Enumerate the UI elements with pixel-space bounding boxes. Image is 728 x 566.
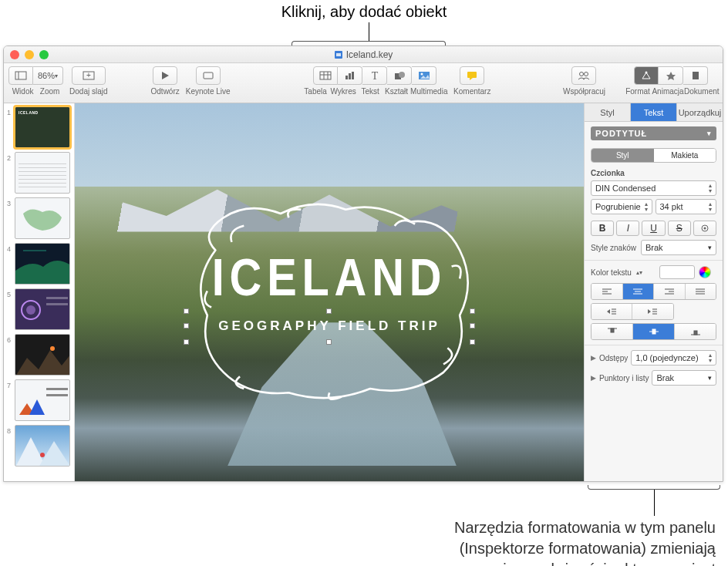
svg-text:+: +: [86, 71, 91, 79]
svg-point-30: [26, 305, 35, 315]
align-left-button[interactable]: [592, 284, 623, 299]
disclosure-triangle-icon[interactable]: ▶: [591, 374, 596, 382]
collaborate-button[interactable]: [571, 66, 596, 85]
zoom-select[interactable]: 86% ▾: [33, 66, 63, 85]
play-button[interactable]: [153, 66, 177, 85]
svg-point-34: [50, 346, 55, 351]
spacing-select[interactable]: 1,0 (pojedyncze)▴▾: [631, 350, 716, 366]
svg-rect-65: [611, 328, 614, 332]
svg-rect-27: [693, 72, 699, 79]
bullets-select[interactable]: Brak▾: [652, 370, 716, 386]
format-button[interactable]: [634, 66, 659, 85]
slide-title[interactable]: ICELAND: [113, 247, 546, 307]
main-area: 1 ICELAND 2 3 4 5 6: [4, 103, 723, 481]
svg-rect-36: [46, 394, 68, 396]
spacing-label: Odstępy: [599, 354, 628, 362]
callout-line-top: [369, 22, 369, 41]
document-button[interactable]: [683, 66, 708, 85]
tab-style[interactable]: Styl: [585, 103, 631, 121]
strikethrough-button[interactable]: S: [668, 221, 691, 236]
align-justify-button[interactable]: [686, 284, 716, 299]
animate-button[interactable]: [659, 66, 683, 85]
slide-thumb-1[interactable]: 1 ICELAND: [7, 106, 71, 148]
comment-label: Komentarz: [453, 87, 490, 96]
chart-label: Wykres: [329, 87, 358, 96]
bullets-label: Punktory i listy: [599, 374, 649, 382]
chevron-icon: ▴▾: [636, 270, 642, 275]
outdent-button[interactable]: [592, 304, 632, 319]
slide-thumb-3[interactable]: 3: [7, 197, 71, 239]
align-right-button[interactable]: [654, 284, 686, 299]
svg-marker-22: [470, 78, 473, 80]
slide-thumb-4[interactable]: 4: [7, 243, 71, 285]
gear-icon: [700, 224, 709, 233]
disclosure-triangle-icon[interactable]: ▶: [591, 354, 596, 362]
svg-point-25: [645, 72, 648, 74]
zoom-label: Zoom: [40, 87, 60, 96]
table-button[interactable]: [313, 66, 338, 85]
color-wheel-icon[interactable]: [699, 266, 711, 278]
subtab-style[interactable]: Styl: [592, 149, 654, 162]
font-section-label: Czcionka: [591, 169, 716, 177]
svg-rect-13: [349, 73, 351, 79]
keynote-live-button[interactable]: [196, 66, 221, 85]
svg-point-43: [703, 227, 706, 230]
annotation-top: Kliknij, aby dodać obiekt: [0, 0, 728, 22]
svg-marker-33: [15, 350, 70, 376]
slide-canvas[interactable]: ICELAND GEOGRAPHY FIELD TRIP: [75, 103, 584, 481]
media-button[interactable]: [412, 66, 436, 85]
font-size-field[interactable]: 34 pkt▴▾: [656, 199, 717, 214]
indent-button[interactable]: [632, 304, 672, 319]
add-slide-button[interactable]: +: [72, 66, 106, 85]
svg-point-17: [399, 72, 405, 78]
slide-thumb-7[interactable]: 7: [7, 379, 71, 421]
svg-marker-6: [162, 72, 169, 79]
format-inspector: Styl Tekst Uporządkuj PODTYTUŁ▾ Styl Mak…: [584, 103, 723, 481]
svg-rect-32: [46, 303, 68, 305]
font-weight-select[interactable]: Pogrubienie▴▾: [591, 199, 652, 214]
subtab-layout[interactable]: Makieta: [654, 149, 716, 162]
bold-button[interactable]: B: [591, 221, 614, 236]
paragraph-style-select[interactable]: PODTYTUŁ▾: [591, 126, 716, 140]
chart-button[interactable]: [338, 66, 362, 85]
svg-marker-26: [666, 72, 676, 80]
slide-thumb-2[interactable]: 2: [7, 152, 71, 194]
char-styles-select[interactable]: Brak▾: [641, 240, 716, 255]
tab-arrange[interactable]: Uporządkuj: [677, 103, 723, 121]
slide-thumb-5[interactable]: 5: [7, 288, 71, 330]
italic-button[interactable]: I: [616, 221, 639, 236]
underline-button[interactable]: U: [642, 221, 665, 236]
svg-rect-1: [336, 53, 341, 56]
titlebar: Iceland.key: [4, 46, 723, 63]
add-slide-label: Dodaj slajd: [69, 87, 107, 96]
slide-navigator[interactable]: 1 ICELAND 2 3 4 5 6: [4, 103, 75, 481]
play-label: Odtwórz: [151, 87, 180, 96]
text-button[interactable]: T: [362, 66, 387, 85]
svg-rect-8: [320, 72, 331, 79]
comment-button[interactable]: [460, 66, 484, 85]
toolbar: 86% ▾ Widok Zoom + Dodaj slajd Odtwórz K…: [4, 63, 723, 103]
align-center-button[interactable]: [623, 284, 655, 299]
text-label: Tekst: [358, 87, 383, 96]
valign-top-button[interactable]: [592, 324, 633, 339]
selection-box[interactable]: [187, 312, 472, 342]
shape-button[interactable]: [387, 66, 412, 85]
svg-point-19: [420, 73, 423, 76]
svg-rect-28: [23, 250, 46, 251]
text-color-well[interactable]: [659, 265, 695, 279]
svg-marker-38: [29, 399, 45, 415]
font-family-select[interactable]: DIN Condensed▴▾: [591, 180, 716, 196]
valign-bottom-button[interactable]: [675, 324, 716, 339]
svg-point-23: [580, 72, 584, 76]
document-title: Iceland.key: [4, 46, 723, 63]
callout-line-bottom: [654, 490, 655, 516]
vertical-align-group: [591, 323, 716, 340]
svg-rect-21: [467, 72, 477, 78]
slide-thumb-6[interactable]: 6: [7, 334, 71, 376]
view-button[interactable]: [8, 66, 33, 85]
slide-thumb-8[interactable]: 8: [7, 425, 71, 467]
font-options-button[interactable]: [693, 221, 716, 236]
tab-text[interactable]: Tekst: [631, 103, 677, 121]
valign-middle-button[interactable]: [633, 324, 675, 339]
table-label: Tabela: [302, 87, 329, 96]
